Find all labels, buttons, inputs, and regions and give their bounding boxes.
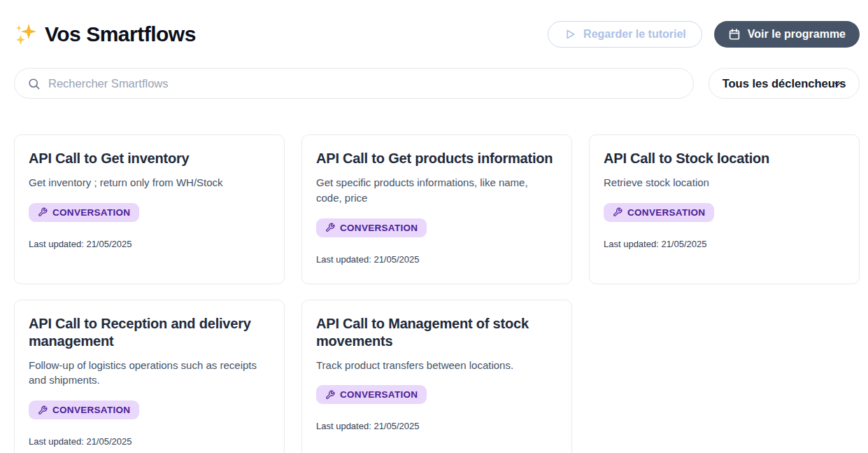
card-title: API Call to Stock location (604, 150, 844, 167)
card-badge: CONVERSATION (29, 400, 139, 419)
page-title-wrap: Vos Smartflows (14, 22, 196, 46)
card-badge-label: CONVERSATION (340, 389, 418, 400)
play-icon (564, 28, 576, 41)
smartflows-page: Vos Smartflows Regarder le tutoriel Voir… (0, 0, 868, 453)
wrench-icon (38, 405, 48, 415)
smartflow-card[interactable]: API Call to Stock location Retrieve stoc… (589, 134, 860, 284)
smartflow-card[interactable]: API Call to Reception and delivery manag… (14, 300, 285, 453)
card-title: API Call to Management of stock movement… (316, 315, 556, 350)
trigger-filter-label: Tous les déclencheurs (723, 77, 846, 90)
card-badge: CONVERSATION (316, 218, 427, 237)
card-title: API Call to Get inventory (29, 150, 269, 167)
watch-tutorial-label: Regarder le tutoriel (583, 28, 686, 41)
card-title: API Call to Get products information (316, 150, 556, 167)
card-description: Retrieve stock location (604, 175, 844, 190)
card-badge: CONVERSATION (604, 203, 714, 222)
card-badge-label: CONVERSATION (52, 207, 130, 218)
wrench-icon (613, 207, 622, 217)
search-box[interactable] (14, 68, 694, 99)
card-description: Get specific products informations, like… (316, 175, 556, 206)
card-last-updated: Last updated: 21/05/2025 (316, 421, 556, 431)
smartflow-card[interactable]: API Call to Management of stock movement… (301, 300, 572, 453)
wrench-icon (38, 207, 48, 217)
smartflow-card[interactable]: API Call to Get products information Get… (301, 134, 572, 284)
wrench-icon (325, 390, 335, 400)
card-description: Get inventory ; return only from WH/Stoc… (29, 175, 269, 190)
watch-tutorial-button[interactable]: Regarder le tutoriel (548, 21, 702, 48)
card-badge-label: CONVERSATION (627, 207, 705, 218)
card-description: Track product transfers between location… (316, 358, 556, 373)
view-program-label: Voir le programme (748, 28, 846, 41)
sparkles-icon (14, 22, 38, 46)
search-input[interactable] (48, 77, 681, 90)
smartflow-card[interactable]: API Call to Get inventory Get inventory … (14, 134, 285, 284)
card-last-updated: Last updated: 21/05/2025 (316, 254, 556, 265)
trigger-filter-select[interactable]: Tous les déclencheurs (709, 68, 860, 99)
card-badge-label: CONVERSATION (52, 405, 130, 415)
page-title: Vos Smartflows (45, 22, 196, 46)
cards-grid: API Call to Get inventory Get inventory … (14, 134, 860, 453)
card-last-updated: Last updated: 21/05/2025 (604, 239, 844, 249)
card-title: API Call to Reception and delivery manag… (29, 315, 269, 350)
card-description: Follow-up of logistics operations such a… (29, 358, 269, 389)
wrench-icon (325, 223, 335, 232)
search-icon (27, 77, 41, 90)
filters-row: Tous les déclencheurs (14, 68, 860, 99)
card-badge: CONVERSATION (316, 385, 427, 404)
topbar-actions: Regarder le tutoriel Voir le programme (548, 21, 860, 48)
card-badge: CONVERSATION (29, 203, 139, 222)
card-last-updated: Last updated: 21/05/2025 (29, 436, 269, 447)
card-badge-label: CONVERSATION (340, 223, 418, 233)
card-last-updated: Last updated: 21/05/2025 (29, 239, 269, 249)
topbar: Vos Smartflows Regarder le tutoriel Voir… (14, 21, 860, 48)
view-program-button[interactable]: Voir le programme (714, 21, 860, 48)
calendar-icon (728, 28, 741, 41)
